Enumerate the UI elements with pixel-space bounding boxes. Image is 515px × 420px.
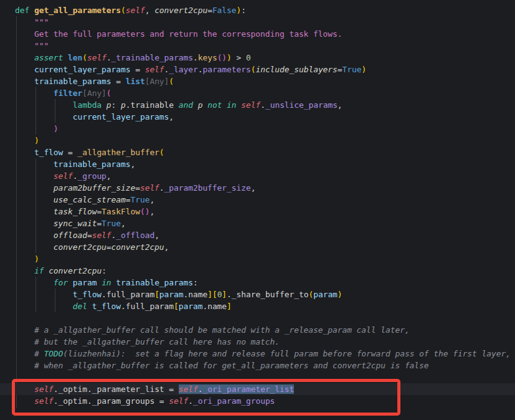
code-token: . [54, 396, 59, 406]
code-editor[interactable]: def get_all_parameters(self, convert2cpu… [0, 0, 515, 420]
code-token: full_param [106, 290, 154, 299]
code-line: Get the full parameters and return the c… [0, 28, 515, 40]
code-token: _group [77, 171, 106, 181]
code-token: self [169, 396, 188, 406]
code-token: for [54, 278, 68, 287]
code-line: use_calc_stream=True, [0, 194, 515, 206]
code-token: ( [106, 88, 111, 98]
code-token [15, 183, 54, 193]
code-token: t_flow [73, 290, 102, 299]
code-token: . [87, 384, 92, 394]
code-token: lambda [73, 100, 102, 110]
code-token: [ [154, 290, 159, 299]
code-token [15, 242, 54, 252]
code-token: True [343, 65, 362, 74]
code-token [15, 171, 54, 181]
code-token: : [193, 278, 198, 287]
code-line [0, 312, 515, 324]
code-line: def get_all_parameters(self, convert2cpu… [0, 4, 515, 16]
code-token: = [154, 396, 169, 406]
code-token: : [102, 266, 106, 275]
code-token [68, 278, 73, 287]
code-token: = [111, 77, 126, 86]
code-token: , [164, 242, 169, 252]
code-token: if [34, 266, 44, 275]
code-token [15, 325, 34, 335]
code-token [15, 278, 54, 287]
code-token: list [126, 77, 145, 86]
code-token: trainable_params [54, 160, 131, 169]
code-token: self [34, 396, 54, 406]
code-token: t_flow [92, 302, 121, 311]
code-token: . [102, 290, 106, 299]
code-token: and [179, 100, 193, 110]
code-token: param [159, 290, 184, 299]
code-token: = [338, 65, 343, 74]
code-token [15, 396, 34, 406]
code-token: p [121, 100, 126, 110]
code-token: , [154, 231, 159, 240]
code-line: """ [0, 16, 515, 28]
code-token [15, 65, 34, 74]
code-line: # a _allgather_buffer call should be mat… [0, 324, 515, 336]
code-token [15, 41, 34, 50]
code-token: = [97, 219, 102, 228]
code-line: if convert2cpu: [0, 265, 515, 277]
code-token [15, 77, 34, 86]
code-line: t_flow.full_param[param.name][0]._share_… [0, 289, 515, 300]
code-token: self [34, 384, 54, 394]
code-line: lambda p: p.trainable and p not in self.… [0, 99, 515, 111]
code-token: ( [82, 53, 87, 62]
code-token: trainable_params [116, 278, 193, 287]
code-token: . [121, 302, 126, 311]
code-line [0, 407, 515, 419]
code-line: task_flow=TaskFlow(), [0, 206, 515, 217]
code-token [15, 219, 54, 228]
code-token [174, 100, 179, 110]
code-token: param [73, 278, 97, 287]
code-token [15, 124, 54, 133]
code-token [87, 302, 92, 311]
code-token: = [164, 384, 179, 394]
code-token: param2buffer_size [54, 183, 135, 193]
code-token: , [169, 112, 174, 122]
code-token: trainable [131, 100, 174, 110]
code-token: filter [54, 88, 82, 98]
code-token: use_calc_stream [54, 195, 126, 204]
code-token: assert [34, 53, 63, 62]
code-token: current_layer_params [73, 112, 169, 122]
code-line: filter[Any]( [0, 87, 515, 99]
code-line: for param in trainable_params: [0, 277, 515, 289]
code-token: ( [159, 148, 164, 157]
code-token: False [212, 6, 237, 15]
code-line: self._optim._param_groups = self._ori_pa… [0, 395, 515, 407]
code-token: [ [212, 290, 217, 299]
code-token: _optim [59, 384, 87, 394]
code-token [44, 266, 49, 275]
code-token: sync_wait [54, 219, 97, 228]
code-token: _share_buffer_to [232, 290, 309, 299]
code-token [15, 112, 73, 122]
code-line: ) [0, 253, 515, 265]
code-token: # [34, 349, 44, 358]
code-token: = [87, 231, 92, 240]
code-token: keys [198, 53, 217, 62]
code-token: [Any] [82, 88, 106, 98]
code-token: . [193, 53, 198, 62]
selection-highlight: self [179, 384, 198, 394]
code-line: ) [0, 123, 515, 135]
code-token: True [102, 219, 121, 228]
code-token: . [188, 396, 193, 406]
code-token: _parameter_list [92, 384, 164, 394]
code-token: ) [54, 124, 59, 133]
code-token: ) [361, 65, 366, 74]
code-token: ( [121, 6, 126, 15]
code-token: , [121, 219, 126, 228]
code-token [63, 53, 68, 62]
code-token: """ [34, 17, 49, 27]
selection-highlight: _ori_parameter_list [202, 384, 294, 394]
code-token: _allgather_buffer [77, 148, 159, 157]
code-token: full_param [126, 302, 174, 311]
code-token: () [217, 53, 227, 62]
code-token: ] [227, 302, 232, 311]
